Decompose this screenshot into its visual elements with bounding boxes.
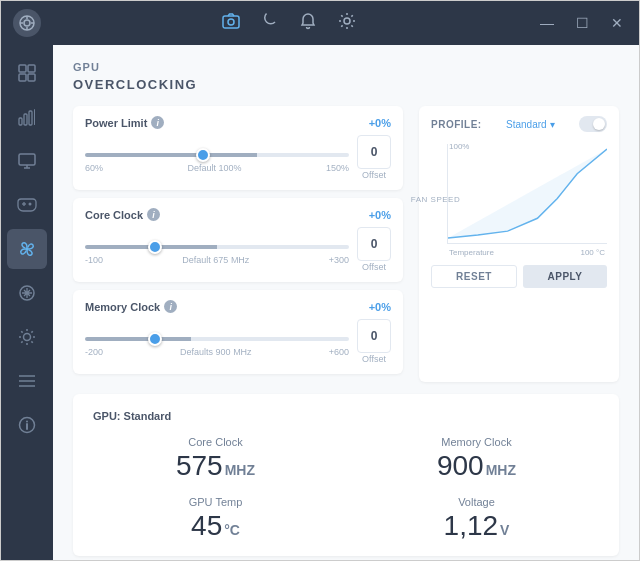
svg-rect-16: [34, 109, 35, 125]
stat-temp-label: GPU Temp: [93, 496, 338, 508]
sidebar-item-display[interactable]: [7, 141, 47, 181]
power-slider[interactable]: [85, 153, 349, 157]
power-limit-group: Power Limit i +0% 60% Default 100%: [73, 106, 403, 190]
svg-rect-10: [28, 65, 35, 72]
memory-slider-header: Memory Clock i +0%: [85, 300, 391, 313]
moon-icon[interactable]: [261, 12, 279, 35]
core-label: Core Clock i: [85, 208, 160, 221]
svg-line-29: [31, 341, 32, 342]
power-label: Power Limit i: [85, 116, 164, 129]
memory-clock-group: Memory Clock i +0% -200 Defaults 900 MHz: [73, 290, 403, 374]
overclocking-toggle[interactable]: [579, 116, 607, 132]
apply-button[interactable]: APPLY: [523, 265, 607, 288]
core-slider[interactable]: [85, 245, 349, 249]
main-layout: GPU OVERCLOCKING Power Limit i +0%: [1, 45, 639, 560]
title-bar: — ☐ ✕: [1, 1, 639, 45]
section-title: OVERCLOCKING: [73, 77, 619, 92]
sidebar-item-info[interactable]: [7, 405, 47, 445]
svg-point-23: [24, 334, 31, 341]
power-track: 60% Default 100% 150%: [85, 143, 349, 173]
memory-value-box: 0: [357, 319, 391, 353]
reset-button[interactable]: RESET: [431, 265, 517, 288]
core-value-box: 0: [357, 227, 391, 261]
core-track: -100 Default 675 MHz +300: [85, 235, 349, 265]
power-offset-label: Offset: [362, 170, 386, 180]
gpu-stats-title: GPU: Standard: [93, 410, 599, 422]
core-offset-label: Offset: [362, 262, 386, 272]
stat-core-value: 575 MHZ: [93, 452, 338, 480]
stat-temp-value: 45 °C: [93, 512, 338, 540]
sliders-col: Power Limit i +0% 60% Default 100%: [73, 106, 403, 382]
gpu-stats: GPU: Standard Core Clock 575 MHZ Memory …: [73, 394, 619, 556]
sidebar-item-home[interactable]: [7, 53, 47, 93]
core-clock-group: Core Clock i +0% -100 Default 675 MHz: [73, 198, 403, 282]
sidebar: [1, 45, 53, 560]
bell-icon[interactable]: [299, 12, 317, 35]
app-window: — ☐ ✕: [0, 0, 640, 561]
stats-grid: Core Clock 575 MHZ Memory Clock 900 MHZ: [93, 436, 599, 540]
svg-point-8: [344, 18, 350, 24]
profile-label: PROFILE:: [431, 119, 482, 130]
sidebar-item-performance[interactable]: [7, 97, 47, 137]
camera-icon[interactable]: [221, 11, 241, 36]
stat-memory-label: Memory Clock: [354, 436, 599, 448]
power-slider-row: 60% Default 100% 150% 0 Offset: [85, 135, 391, 180]
core-slider-header: Core Clock i +0%: [85, 208, 391, 221]
profile-chevron-icon: ▾: [550, 119, 555, 130]
svg-rect-9: [19, 65, 26, 72]
core-info-icon[interactable]: i: [147, 208, 160, 221]
svg-point-1: [24, 20, 30, 26]
memory-slider-row: -200 Defaults 900 MHz +600 0 Offset: [85, 319, 391, 364]
sidebar-item-tasks[interactable]: [7, 361, 47, 401]
core-slider-row: -100 Default 675 MHz +300 0 Offset: [85, 227, 391, 272]
stat-memory-value: 900 MHZ: [354, 452, 599, 480]
power-percent: +0%: [369, 117, 391, 129]
content-area: GPU OVERCLOCKING Power Limit i +0%: [53, 45, 639, 560]
power-info-icon[interactable]: i: [151, 116, 164, 129]
memory-percent: +0%: [369, 301, 391, 313]
svg-point-7: [228, 19, 234, 25]
svg-line-31: [21, 341, 22, 342]
svg-point-20: [29, 203, 32, 206]
memory-label: Memory Clock i: [85, 300, 177, 313]
fan-x-labels: Temperature 100 °C: [447, 248, 607, 257]
sidebar-item-brightness[interactable]: [7, 317, 47, 357]
stat-voltage: Voltage 1,12 V: [354, 496, 599, 540]
stat-core-label: Core Clock: [93, 436, 338, 448]
svg-rect-15: [29, 111, 32, 125]
stat-voltage-label: Voltage: [354, 496, 599, 508]
fan-panel: PROFILE: Standard ▾ 100% FAN SPEED: [419, 106, 619, 382]
minimize-button[interactable]: —: [536, 13, 558, 33]
power-slider-labels: 60% Default 100% 150%: [85, 163, 349, 173]
memory-info-icon[interactable]: i: [164, 300, 177, 313]
svg-rect-17: [19, 154, 35, 165]
profile-value[interactable]: Standard ▾: [506, 119, 555, 130]
svg-rect-14: [24, 114, 27, 125]
profile-row: PROFILE: Standard ▾: [431, 116, 607, 132]
title-bar-right: — ☐ ✕: [536, 13, 627, 33]
title-bar-left: [13, 9, 41, 37]
maximize-button[interactable]: ☐: [572, 13, 593, 33]
svg-rect-13: [19, 118, 22, 125]
stat-core-clock: Core Clock 575 MHZ: [93, 436, 338, 480]
sidebar-item-gamepad[interactable]: [7, 185, 47, 225]
core-slider-labels: -100 Default 675 MHz +300: [85, 255, 349, 265]
power-value-box: 0: [357, 135, 391, 169]
fan-chart[interactable]: [447, 144, 607, 244]
svg-rect-12: [28, 74, 35, 81]
memory-offset-label: Offset: [362, 354, 386, 364]
title-bar-center: [221, 11, 357, 36]
memory-slider[interactable]: [85, 337, 349, 341]
svg-rect-6: [223, 16, 239, 28]
sidebar-item-fan[interactable]: [7, 229, 47, 269]
svg-line-30: [31, 331, 32, 332]
memory-track: -200 Defaults 900 MHz +600: [85, 327, 349, 357]
settings-icon[interactable]: [337, 11, 357, 36]
stat-gpu-temp: GPU Temp 45 °C: [93, 496, 338, 540]
overclocking-panel: Power Limit i +0% 60% Default 100%: [73, 106, 619, 382]
sidebar-item-cooling[interactable]: [7, 273, 47, 313]
svg-line-28: [21, 331, 22, 332]
memory-slider-labels: -200 Defaults 900 MHz +600: [85, 347, 349, 357]
stat-voltage-value: 1,12 V: [354, 512, 599, 540]
close-button[interactable]: ✕: [607, 13, 627, 33]
